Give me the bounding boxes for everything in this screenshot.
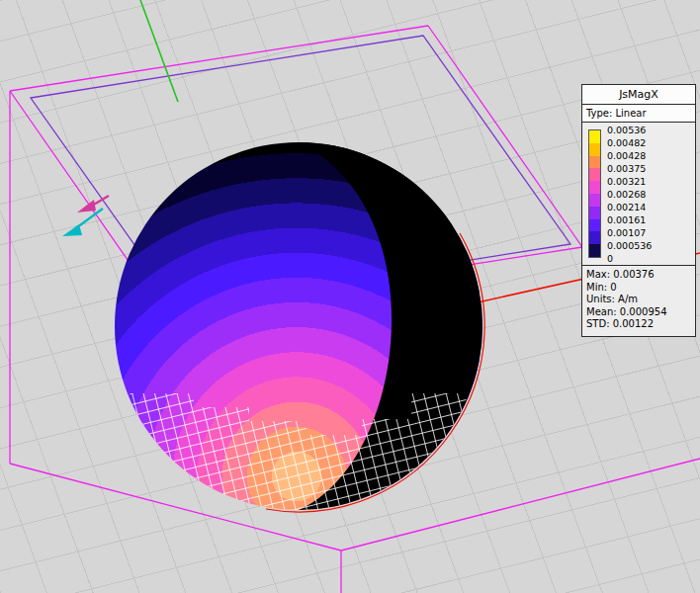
triad-arrowhead-cyan bbox=[62, 224, 82, 236]
colorbar-tick: 0.00375 bbox=[607, 162, 652, 175]
coordinate-triad bbox=[62, 196, 109, 236]
colorbar-tick: 0.00482 bbox=[607, 136, 652, 149]
colorbar-band bbox=[589, 181, 600, 194]
stat-mean: Mean: 0.000954 bbox=[586, 306, 691, 319]
legend-stats: Max: 0.00376 Min: 0 Units: A/m Mean: 0.0… bbox=[582, 265, 695, 336]
colorbar-band bbox=[589, 143, 600, 156]
legend-scale-type: Type: Linear bbox=[582, 105, 695, 123]
colorbar-band bbox=[589, 231, 600, 244]
legend-colorbar-section: 0.00536 0.00482 0.00428 0.00375 0.00321 … bbox=[582, 123, 695, 265]
colorbar-tick: 0.00536 bbox=[607, 124, 652, 136]
colorbar-band bbox=[589, 130, 600, 143]
stat-units: Units: A/m bbox=[586, 294, 691, 306]
colorbar-band bbox=[589, 244, 600, 257]
colorbar-band bbox=[589, 156, 600, 169]
colorbar bbox=[588, 129, 601, 258]
colorbar-tick: 0 bbox=[607, 252, 652, 265]
colorbar-tick: 0.00214 bbox=[607, 201, 652, 213]
colorbar-tick: 0.000536 bbox=[607, 239, 652, 252]
colorbar-band bbox=[589, 207, 600, 219]
colorbar-tick: 0.00268 bbox=[607, 188, 652, 201]
stat-max: Max: 0.00376 bbox=[586, 269, 691, 282]
stat-min: Min: 0 bbox=[586, 282, 691, 295]
stat-std: STD: 0.00122 bbox=[586, 318, 691, 331]
viewport-3d[interactable]: JsMagX Type: Linear 0.00536 0.00482 0.00… bbox=[0, 0, 700, 593]
colorbar-band bbox=[589, 194, 600, 207]
legend-panel[interactable]: JsMagX Type: Linear 0.00536 0.00482 0.00… bbox=[581, 84, 696, 337]
colorbar-tick: 0.00428 bbox=[607, 149, 652, 162]
colorbar-ticks: 0.00536 0.00482 0.00428 0.00375 0.00321 … bbox=[607, 124, 652, 265]
legend-title: JsMagX bbox=[582, 85, 695, 105]
colorbar-tick: 0.00161 bbox=[607, 213, 652, 226]
y-axis-line bbox=[140, 0, 178, 102]
colorbar-tick: 0.00107 bbox=[607, 226, 652, 239]
colorbar-band bbox=[589, 219, 600, 232]
colorbar-band bbox=[589, 168, 600, 181]
colorbar-tick: 0.00321 bbox=[607, 175, 652, 188]
